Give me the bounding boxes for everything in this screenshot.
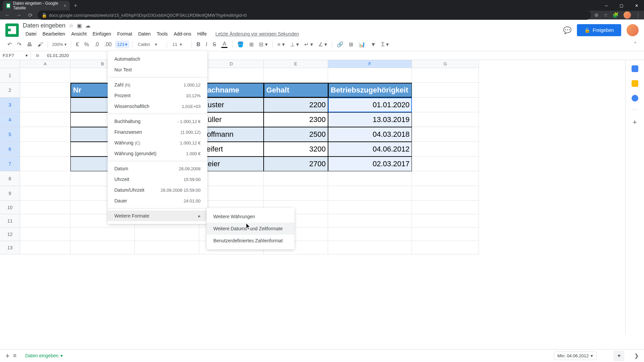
row-header[interactable]: 2	[0, 83, 20, 98]
format-accounting[interactable]: Buchhaltung- 1.000,12 €	[108, 116, 207, 127]
cell[interactable]	[199, 68, 264, 83]
cell[interactable]	[412, 171, 479, 186]
menu-format[interactable]: Format	[115, 30, 135, 38]
paint-format-icon[interactable]: 🖌	[36, 40, 45, 49]
reload-icon[interactable]: ⟳	[26, 12, 34, 18]
format-datetime[interactable]: Datum/Uhrzeit26.09.2008 15:59:00	[108, 185, 207, 195]
table-header[interactable]: Betriebszugehörigkeit	[328, 83, 412, 98]
cell[interactable]	[135, 241, 199, 254]
cloud-status-icon[interactable]: ☁	[85, 22, 91, 29]
cell[interactable]: 02.03.2017	[328, 157, 412, 171]
cell[interactable]	[412, 228, 479, 241]
window-close-icon[interactable]: ✕	[629, 1, 644, 11]
strike-icon[interactable]: S	[211, 40, 218, 49]
menu-edit[interactable]: Bearbeiten	[40, 30, 68, 38]
col-header-d[interactable]: D	[199, 60, 264, 68]
address-bar[interactable]: 🔒 docs.google.com/spreadsheets/d/15_k45N…	[38, 10, 591, 20]
cell[interactable]	[20, 186, 70, 201]
halign-icon[interactable]: ≡ ▾	[275, 40, 287, 49]
profile-avatar[interactable]	[624, 11, 631, 19]
close-tab-icon[interactable]: ×	[64, 3, 66, 8]
cell[interactable]	[328, 241, 412, 254]
wrap-icon[interactable]: ↵ ▾	[302, 40, 315, 49]
col-header-f[interactable]: F	[328, 60, 412, 68]
cell[interactable]: 01.01.2020	[328, 98, 412, 112]
doc-title[interactable]: Daten eingeben	[23, 22, 65, 29]
explore-button[interactable]: ✦	[613, 351, 624, 361]
italic-icon[interactable]: I	[204, 40, 209, 49]
table-header[interactable]: Gehalt	[264, 83, 328, 98]
decrease-decimal-icon[interactable]: .0	[92, 40, 101, 49]
cell[interactable]	[199, 171, 264, 186]
format-plain[interactable]: Nur Text	[108, 64, 207, 75]
cell[interactable]: Hoffmann	[199, 127, 264, 142]
browser-menu-icon[interactable]: ⋮	[636, 12, 641, 18]
add-sheet-button[interactable]: +	[5, 352, 10, 360]
row-header[interactable]: 5	[0, 127, 20, 142]
undo-icon[interactable]: ↶	[5, 40, 14, 49]
cell[interactable]	[135, 228, 199, 241]
user-avatar[interactable]	[627, 24, 639, 36]
cell[interactable]: 2700	[264, 157, 328, 171]
new-tab-button[interactable]: +	[74, 2, 77, 9]
menu-tools[interactable]: Tools	[154, 30, 170, 38]
share-button[interactable]: 🔒 Freigeben	[577, 24, 621, 36]
menu-addons[interactable]: Add-ons	[171, 30, 194, 38]
more-currencies[interactable]: Weitere Währungen	[207, 210, 294, 223]
window-minimize-icon[interactable]: ─	[599, 1, 614, 11]
cell[interactable]: Seifert	[199, 142, 264, 157]
browser-tab[interactable]: Daten eingeben - Google Tabelle ×	[3, 1, 70, 11]
cell[interactable]	[412, 83, 479, 98]
cell[interactable]	[412, 68, 479, 83]
cell[interactable]: 2300	[264, 112, 328, 127]
format-duration[interactable]: Dauer24:01:00	[108, 195, 207, 206]
cell[interactable]	[412, 241, 479, 254]
zoom-icon[interactable]: ⊕	[594, 12, 599, 18]
text-color-icon[interactable]: A	[219, 40, 229, 49]
cell[interactable]	[412, 186, 479, 201]
cell[interactable]	[70, 241, 135, 254]
cell[interactable]	[264, 186, 328, 201]
row-header[interactable]: 7	[0, 157, 20, 171]
borders-icon[interactable]: ⊞	[247, 40, 256, 49]
cell[interactable]	[20, 201, 70, 214]
select-all-corner[interactable]	[0, 60, 20, 68]
col-header-e[interactable]: E	[264, 60, 328, 68]
cell[interactable]	[412, 127, 479, 142]
side-panel-expand-icon[interactable]: ❯	[634, 353, 639, 359]
row-header[interactable]: 10	[0, 201, 20, 214]
format-auto[interactable]: Automatisch	[108, 54, 207, 64]
cell[interactable]: Meier	[199, 157, 264, 171]
cell[interactable]	[20, 214, 70, 228]
col-header-g[interactable]: G	[412, 60, 479, 68]
cell[interactable]	[20, 127, 70, 142]
extensions-icon[interactable]: 🧩	[612, 12, 619, 18]
comment-icon[interactable]: ⊞	[347, 40, 355, 49]
more-date-time-formats[interactable]: Weitere Datums- und Zeitformate	[207, 223, 294, 235]
row-header[interactable]: 1	[0, 68, 20, 83]
row-header[interactable]: 8	[0, 171, 20, 186]
keep-icon[interactable]	[632, 80, 638, 87]
row-header[interactable]: 4	[0, 112, 20, 127]
format-percent[interactable]: Prozent10,12%	[108, 90, 207, 101]
valign-icon[interactable]: ⊥ ▾	[288, 40, 301, 49]
back-icon[interactable]: ←	[3, 12, 11, 18]
menu-data[interactable]: Daten	[136, 30, 153, 38]
window-maximize-icon[interactable]: ▢	[614, 1, 629, 11]
functions-icon[interactable]: Σ ▾	[379, 40, 391, 49]
format-time[interactable]: Uhrzeit15:59:00	[108, 174, 207, 185]
row-header[interactable]: 6	[0, 142, 20, 157]
chart-icon[interactable]: 📊	[357, 40, 367, 49]
cell[interactable]	[412, 142, 479, 157]
table-header[interactable]: Nachname	[199, 83, 264, 98]
cell[interactable]	[70, 228, 135, 241]
menu-help[interactable]: Hilfe	[195, 30, 209, 38]
all-sheets-button[interactable]: ≡	[13, 352, 17, 359]
fill-color-icon[interactable]: 🪣	[235, 40, 246, 49]
menu-insert[interactable]: Einfügen	[90, 30, 114, 38]
cell[interactable]: 3200	[264, 142, 328, 157]
cell[interactable]	[328, 201, 412, 214]
cell[interactable]: 04.06.2012	[328, 142, 412, 157]
tasks-icon[interactable]	[632, 95, 638, 102]
percent-icon[interactable]: %	[82, 40, 91, 49]
